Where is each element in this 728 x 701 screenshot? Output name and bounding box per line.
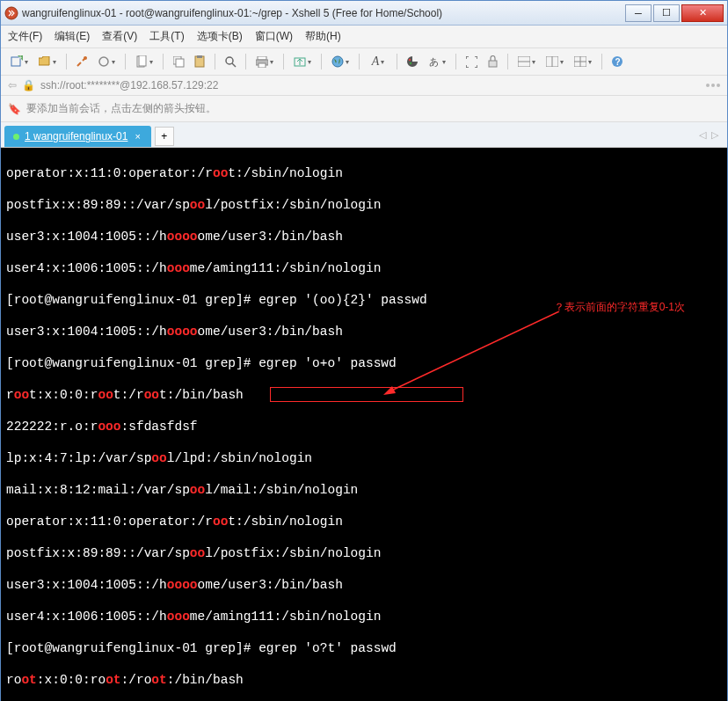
tab-next-icon[interactable]: ▷ [711,129,718,141]
terminal-line: postfix:x:89:89::/var/spool/postfix:/sbi… [6,197,722,213]
paste-button[interactable] [190,52,209,71]
svg-point-11 [226,57,233,64]
app-window: wangruifenglinux-01 - root@wangruifengli… [0,0,728,701]
svg-rect-15 [258,63,266,68]
window-controls: ─ ☐ ✕ [623,4,724,22]
window-title: wangruifenglinux-01 - root@wangruifengli… [22,7,623,19]
encoding-button[interactable]: あ [424,52,450,71]
address-text[interactable]: ssh://root:********@192.168.57.129:22 [40,79,701,91]
maximize-button[interactable]: ☐ [653,4,680,22]
fullscreen-button[interactable] [462,52,481,71]
menu-tabs[interactable]: 选项卡(B) [197,29,243,44]
xftp-button[interactable] [289,52,316,71]
font-button[interactable]: A [365,52,391,71]
bookmark-icon[interactable]: 🔖 [8,103,21,115]
svg-point-18 [409,59,411,61]
lock-icon: 🔒 [22,79,35,91]
lock-button[interactable] [483,52,502,71]
svg-rect-8 [176,59,184,67]
toolbar: + A あ ? [1,48,727,76]
toolbar-separator [359,54,360,69]
svg-rect-13 [258,56,266,60]
menu-help[interactable]: 帮助(H) [305,29,341,44]
terminal-line: [root@wangruifenglinux-01 grep]# egrep '… [6,640,722,656]
toolbar-separator [215,54,215,69]
terminal-line: operator:x:11:0:operator:/root:/sbin/nol… [6,165,722,181]
address-dots [706,84,720,87]
terminal-line: user3:x:1004:1005::/hooooome/user3:/bin/… [6,229,722,245]
xshell-app-icon [4,6,18,20]
menu-view[interactable]: 查看(V) [102,29,137,44]
close-button[interactable]: ✕ [681,4,724,22]
annotation-text: ？表示前面的字符重复0-1次 [554,299,685,315]
help-button[interactable]: ? [608,52,627,71]
svg-line-12 [232,63,236,67]
add-tab-button[interactable]: + [155,127,174,146]
command-highlight-box [270,387,463,402]
menu-file[interactable]: 文件(F) [8,29,42,44]
svg-point-19 [410,62,411,64]
terminal-line: [root@wangruifenglinux-01 grep]# egrep '… [6,355,722,371]
svg-point-4 [99,57,108,66]
menubar: 文件(F) 编辑(E) 查看(V) 工具(T) 选项卡(B) 窗口(W) 帮助(… [1,26,727,48]
open-button[interactable] [34,52,61,71]
svg-text:?: ? [615,57,621,67]
svg-point-3 [84,56,87,60]
layout-grid-button[interactable] [570,52,596,71]
properties-button[interactable] [131,52,157,71]
svg-rect-6 [139,55,146,66]
new-session-button[interactable]: + [6,52,33,71]
info-text: 要添加当前会话，点击左侧的箭头按钮。 [26,101,216,116]
layout-vertical-button[interactable] [542,52,568,71]
toolbar-separator [455,54,456,69]
address-bar: ⇦ 🔒 ssh://root:********@192.168.57.129:2… [1,76,727,96]
svg-point-17 [332,56,343,67]
toolbar-separator [163,54,164,69]
terminal-line: lp:x:4:7:lp:/var/spool/lpd:/sbin/nologin [6,450,722,466]
globe-button[interactable] [327,52,353,71]
terminal-line: user3:x:1004:1005::/hooooome/user3:/bin/… [6,577,722,593]
find-button[interactable] [221,52,240,71]
layout-horizontal-button[interactable] [513,52,540,71]
tab-prev-icon[interactable]: ◁ [699,129,706,141]
annotation-arrow-icon [383,311,568,399]
svg-line-31 [388,311,559,392]
toolbar-separator [283,54,284,69]
toolbar-separator [321,54,322,69]
reconnect-button[interactable] [72,52,91,71]
status-dot-icon [13,134,19,140]
menu-tools[interactable]: 工具(T) [149,29,184,44]
arrow-left-icon[interactable]: ⇦ [8,79,17,91]
svg-text:あ: あ [429,56,439,67]
terminal-line: root:x:0:0:root:/root:/bin/bash [6,672,722,688]
tab-bar: 1 wangruifenglinux-01 × + ◁ ▷ [1,122,727,148]
terminal-line: mail:x:8:12:mail:/var/spool/mail:/sbin/n… [6,482,722,498]
color-scheme-button[interactable] [403,52,422,71]
terminal-line: operator:x:11:0:operator:/root:/sbin/nol… [6,514,722,529]
toolbar-separator [507,54,508,69]
toolbar-separator [245,54,246,69]
terminal-line: user4:x:1006:1005::/hooome/aming111:/sbi… [6,609,722,624]
print-button[interactable] [251,52,278,71]
copy-button[interactable] [169,52,188,71]
tab-label: 1 wangruifenglinux-01 [25,130,127,142]
tab-close-icon[interactable]: × [133,131,142,142]
menu-edit[interactable]: 编辑(E) [55,29,90,44]
disconnect-button[interactable] [93,52,120,71]
session-tab[interactable]: 1 wangruifenglinux-01 × [4,126,151,147]
terminal-line: postfix:x:89:89::/var/spool/postfix:/sbi… [6,545,722,561]
terminal-line: 222222:r.o:rooo:sfdasfdsf [6,419,722,434]
terminal-line: user3:x:1004:1005::/hooooome/user3:/bin/… [6,324,722,340]
svg-text:+: + [18,55,22,61]
terminal[interactable]: operator:x:11:0:operator:/root:/sbin/nol… [1,148,727,701]
menu-window[interactable]: 窗口(W) [255,29,293,44]
minimize-button[interactable]: ─ [625,4,652,22]
toolbar-separator [125,54,126,69]
svg-rect-10 [197,55,202,58]
toolbar-separator [601,54,602,69]
titlebar: wangruifenglinux-01 - root@wangruifengli… [1,1,727,26]
tab-nav: ◁ ▷ [699,129,724,141]
info-bar: 🔖 要添加当前会话，点击左侧的箭头按钮。 [1,96,727,122]
toolbar-separator [66,54,67,69]
toolbar-separator [397,54,397,69]
